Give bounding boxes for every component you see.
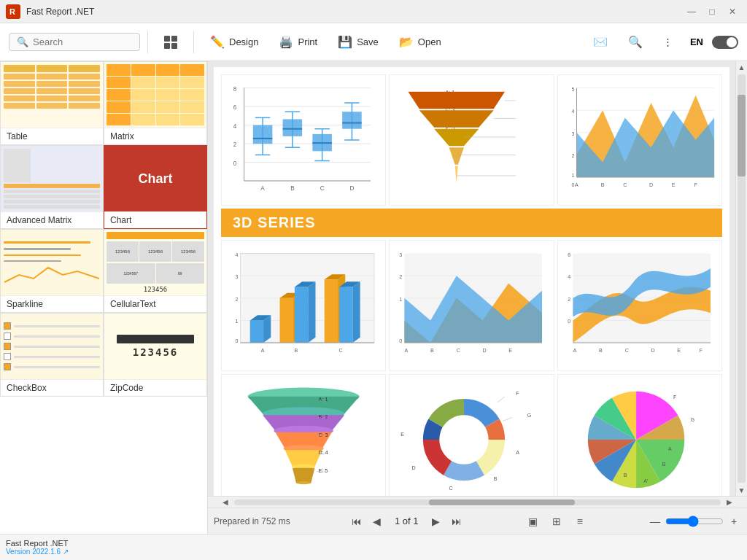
sidebar-item-zipcode[interactable]: 123456 ZipCode: [104, 313, 207, 397]
svg-rect-91: [280, 298, 293, 343]
search-box[interactable]: 🔍: [9, 33, 140, 51]
svg-rect-15: [253, 125, 273, 144]
first-page-button[interactable]: ⏮: [348, 513, 365, 530]
next-page-button[interactable]: ▶: [427, 513, 445, 530]
sidebar-item-table[interactable]: Table: [0, 61, 104, 145]
theme-toggle[interactable]: [712, 36, 738, 49]
svg-marker-147: [293, 468, 315, 483]
toolbar-divider-2: [193, 31, 194, 53]
svg-text:A': A': [643, 478, 648, 484]
titlebar-title: Fast Report .NET: [26, 7, 94, 17]
scroll-down-button[interactable]: ▼: [736, 484, 747, 496]
sidebar-item-matrix[interactable]: Matrix: [104, 61, 207, 145]
app-version[interactable]: Version 2022.1.6 ↗: [6, 548, 69, 556]
matrix-preview: [104, 62, 206, 128]
scroll-right-button[interactable]: ▶: [724, 497, 735, 508]
more-icon: ⋮: [663, 36, 673, 47]
find-button[interactable]: 🔍: [619, 31, 651, 53]
close-button[interactable]: ✕: [724, 4, 741, 19]
table-thumb: [1, 62, 103, 128]
prev-page-button[interactable]: ◀: [368, 513, 386, 530]
svg-text:A: 1: A: 1: [319, 397, 328, 402]
email-button[interactable]: ✉️: [584, 31, 616, 53]
more-button[interactable]: ⋮: [654, 32, 681, 52]
svg-rect-88: [250, 320, 263, 343]
3d-area-chart: 3 2 1 0 A B C: [389, 240, 554, 371]
save-label: Save: [357, 36, 379, 47]
svg-text:C: C: [339, 348, 343, 354]
maximize-button[interactable]: □: [703, 4, 721, 19]
svg-text:D: D: [483, 348, 487, 354]
vertical-scrollbar[interactable]: ▲ ▼: [735, 61, 747, 496]
prepared-text: Prepared in 752 ms: [214, 516, 290, 526]
svg-text:F: F: [516, 391, 520, 397]
titlebar-left: R Fast Report .NET: [6, 4, 94, 19]
zoom-out-button[interactable]: —: [648, 514, 662, 529]
zoom-in-button[interactable]: +: [727, 514, 741, 529]
svg-text:B: B: [494, 476, 498, 482]
adv-matrix-thumb: [1, 146, 103, 211]
h-scroll-track[interactable]: [234, 499, 721, 505]
open-label: Open: [418, 36, 441, 47]
svg-text:1: 1: [400, 297, 403, 303]
scroll-left-button[interactable]: ◀: [220, 497, 231, 508]
svg-marker-96: [308, 281, 315, 343]
svg-text:C: 3: C: 3: [319, 432, 328, 438]
scroll-up-button[interactable]: ▲: [736, 61, 747, 73]
sidebar-item-sparkline[interactable]: Sparkline: [0, 229, 104, 313]
chart-preview: Chart: [104, 146, 206, 211]
svg-text:B: B: [290, 185, 294, 192]
app-logo: R: [6, 4, 20, 19]
sidebar-item-checkbox[interactable]: CheckBox: [0, 313, 104, 397]
titlebar-controls[interactable]: — □ ✕: [683, 4, 741, 19]
design-button[interactable]: ✏️ Design: [201, 31, 267, 53]
colorful-pie-svg: F G A B A' B: [558, 375, 721, 496]
content-area: 8 6 4 2 0: [208, 61, 747, 534]
svg-text:3: 3: [235, 274, 238, 280]
save-button[interactable]: 💾 Save: [329, 31, 387, 53]
bottom-toolbar: Prepared in 752 ms ⏮ ◀ 1 of 1 ▶ ⏭ ▣ ⊞ ≡ …: [208, 508, 747, 534]
svg-text:D: 4: D: 4: [319, 450, 328, 456]
search-input[interactable]: [33, 36, 128, 47]
print-button[interactable]: 🖨️ Print: [270, 31, 326, 53]
svg-rect-33: [342, 112, 362, 128]
single-page-button[interactable]: ▣: [523, 513, 543, 530]
sidebar-item-chart[interactable]: Chart Chart: [104, 145, 207, 229]
svg-text:3: 3: [400, 252, 403, 258]
checkbox-thumb: [1, 314, 103, 379]
svg-text:G: G: [527, 413, 532, 419]
svg-line-167: [498, 397, 505, 402]
view-controls: ▣ ⊞ ≡: [523, 513, 590, 530]
language-button[interactable]: EN: [684, 34, 709, 50]
two-page-button[interactable]: ⊞: [546, 513, 567, 530]
horizontal-scrollbar[interactable]: ◀ ▶: [208, 496, 747, 508]
search-icon: 🔍: [17, 36, 28, 47]
matrix-thumb: [104, 62, 206, 128]
sidebar-item-advanced-matrix[interactable]: Advanced Matrix: [0, 145, 104, 229]
svg-text:C: C: [320, 185, 325, 192]
sparkline-thumb: [1, 230, 103, 295]
top-charts-row: 8 6 4 2 0: [221, 74, 722, 206]
minimize-button[interactable]: —: [683, 4, 700, 19]
scroll-track[interactable]: [738, 74, 746, 483]
grid-view-button[interactable]: [155, 31, 186, 53]
svg-text:C: C: [623, 182, 627, 188]
last-page-button[interactable]: ⏭: [448, 513, 465, 530]
sidebar-item-cellulartext[interactable]: 123456 123456 123456 1234567 89 123456 C…: [104, 229, 207, 313]
sparkline-label: Sparkline: [1, 295, 103, 312]
h-scroll-thumb: [429, 499, 575, 505]
zoom-slider[interactable]: [665, 516, 724, 527]
svg-point-159: [446, 421, 483, 459]
content-scroll[interactable]: 8 6 4 2 0: [208, 61, 735, 496]
open-button[interactable]: 📂 Open: [390, 31, 450, 53]
area-chart: 5 4 3 2 1 0: [557, 74, 722, 206]
area-svg: 5 4 3 2 1 0: [558, 75, 721, 205]
svg-text:5: 5: [571, 87, 574, 93]
continuous-button[interactable]: ≡: [570, 513, 590, 530]
svg-text:B: B: [430, 348, 434, 354]
email-icon: ✉️: [593, 35, 608, 49]
svg-text:C: C: [449, 486, 453, 491]
zoom-controls: — +: [648, 514, 741, 529]
statusbar-info: Fast Report .NET Version 2022.1.6 ↗: [6, 539, 69, 556]
svg-text:F: F: [673, 394, 677, 400]
